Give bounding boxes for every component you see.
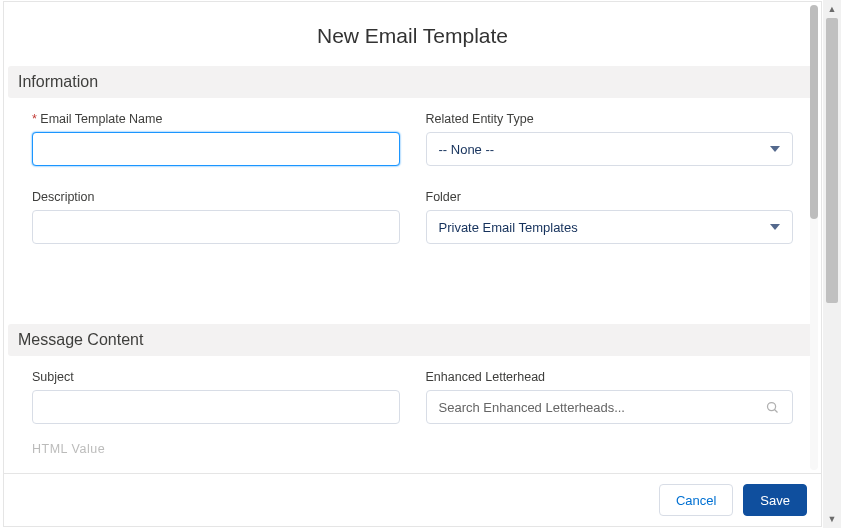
subject-input[interactable] bbox=[32, 390, 400, 424]
new-email-template-modal: New Email Template Information * Email T… bbox=[3, 1, 822, 527]
letterhead-label: Enhanced Letterhead bbox=[426, 370, 794, 384]
related-entity-picklist[interactable]: -- None -- bbox=[426, 132, 794, 166]
modal-title: New Email Template bbox=[4, 2, 821, 66]
search-icon bbox=[765, 400, 780, 415]
chevron-down-icon bbox=[770, 146, 780, 152]
outer-scrollbar-track[interactable] bbox=[823, 18, 841, 510]
letterhead-placeholder: Search Enhanced Letterheads... bbox=[439, 400, 625, 415]
scroll-up-icon[interactable]: ▲ bbox=[823, 0, 841, 18]
letterhead-lookup[interactable]: Search Enhanced Letterheads... bbox=[426, 390, 794, 424]
inner-scrollbar-thumb[interactable] bbox=[810, 5, 818, 219]
folder-value: Private Email Templates bbox=[439, 220, 578, 235]
svg-point-0 bbox=[768, 402, 776, 410]
related-entity-label: Related Entity Type bbox=[426, 112, 794, 126]
outer-scrollbar[interactable]: ▲ ▼ bbox=[823, 0, 841, 528]
chevron-down-icon bbox=[770, 224, 780, 230]
folder-picklist[interactable]: Private Email Templates bbox=[426, 210, 794, 244]
section-heading-message: Message Content bbox=[8, 324, 817, 356]
inner-scrollbar[interactable] bbox=[810, 5, 818, 470]
required-star-icon: * bbox=[32, 112, 37, 126]
modal-footer: Cancel Save bbox=[4, 473, 821, 526]
template-name-input[interactable] bbox=[32, 132, 400, 166]
cancel-button[interactable]: Cancel bbox=[659, 484, 733, 516]
related-entity-value: -- None -- bbox=[439, 142, 495, 157]
modal-scroll-area: New Email Template Information * Email T… bbox=[4, 2, 821, 473]
html-value-label-partial: HTML Value bbox=[8, 442, 817, 456]
folder-label: Folder bbox=[426, 190, 794, 204]
svg-line-1 bbox=[775, 409, 778, 412]
save-button[interactable]: Save bbox=[743, 484, 807, 516]
description-label: Description bbox=[32, 190, 400, 204]
outer-scrollbar-thumb[interactable] bbox=[826, 18, 838, 303]
subject-label: Subject bbox=[32, 370, 400, 384]
description-input[interactable] bbox=[32, 210, 400, 244]
template-name-label: * Email Template Name bbox=[32, 112, 400, 126]
section-heading-information: Information bbox=[8, 66, 817, 98]
scroll-down-icon[interactable]: ▼ bbox=[823, 510, 841, 528]
